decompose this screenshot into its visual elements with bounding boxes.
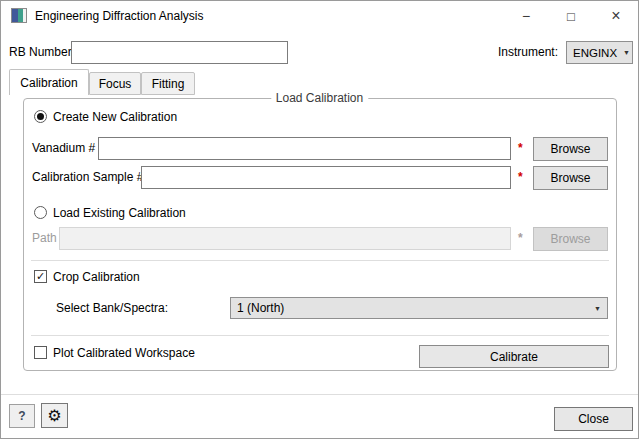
vanadium-browse-label: Browse xyxy=(550,142,590,156)
load-existing-calibration-radio[interactable] xyxy=(34,206,47,219)
separator-line xyxy=(31,335,609,336)
separator-line xyxy=(31,260,609,261)
path-browse-button: Browse xyxy=(533,227,608,251)
maximize-button[interactable]: □ xyxy=(553,1,589,31)
maximize-icon: □ xyxy=(567,9,575,24)
vanadium-required-asterisk: * xyxy=(518,141,523,155)
load-existing-calibration-label: Load Existing Calibration xyxy=(53,204,186,222)
bank-spectra-value: 1 (North) xyxy=(237,301,284,315)
vanadium-label: Vanadium # xyxy=(32,137,95,160)
instrument-select[interactable]: ENGINX ▼ xyxy=(566,41,633,64)
bank-spectra-select[interactable]: 1 (North) ▼ xyxy=(230,297,608,319)
help-button[interactable]: ? xyxy=(9,404,35,428)
close-icon: × xyxy=(611,7,620,25)
plot-calibrated-label: Plot Calibrated Workspace xyxy=(53,344,195,362)
tab-fitting-label: Fitting xyxy=(152,77,185,91)
calibration-sample-browse-button[interactable]: Browse xyxy=(533,166,608,190)
vanadium-input[interactable] xyxy=(98,137,511,160)
calibrate-button[interactable]: Calibrate xyxy=(419,345,609,368)
tab-focus[interactable]: Focus xyxy=(89,72,141,95)
gear-icon: ⚙ xyxy=(47,406,61,425)
calibration-sample-required-asterisk: * xyxy=(518,170,523,184)
path-input xyxy=(59,227,511,250)
app-icon xyxy=(11,8,27,23)
crop-calibration-checkbox[interactable]: ✓ xyxy=(34,270,47,283)
path-label: Path xyxy=(32,227,57,250)
select-bank-label: Select Bank/Spectra: xyxy=(56,297,168,319)
chevron-down-icon: ▼ xyxy=(588,305,601,312)
check-icon: ✓ xyxy=(36,271,45,282)
create-new-calibration-label: Create New Calibration xyxy=(53,108,177,126)
dialog-close-button[interactable]: Close xyxy=(554,407,633,431)
plot-calibrated-checkbox[interactable] xyxy=(34,346,47,359)
tab-focus-label: Focus xyxy=(99,77,132,91)
path-required-asterisk: * xyxy=(518,231,523,245)
rb-number-input[interactable] xyxy=(71,41,288,64)
load-calibration-group-title: Load Calibration xyxy=(271,91,368,105)
calibration-sample-browse-label: Browse xyxy=(550,171,590,185)
calibrate-button-label: Calibrate xyxy=(490,350,538,364)
titlebar-close-button[interactable]: × xyxy=(598,1,634,31)
instrument-label: Instrument: xyxy=(498,41,558,64)
tab-calibration[interactable]: Calibration xyxy=(9,69,89,95)
window-title: Engineering Diffraction Analysis xyxy=(35,1,204,31)
rb-number-label: RB Number: xyxy=(9,41,75,64)
minimize-icon: − xyxy=(522,8,530,24)
minimize-button[interactable]: − xyxy=(508,1,544,31)
instrument-value: ENGINX xyxy=(573,47,617,59)
vanadium-browse-button[interactable]: Browse xyxy=(533,137,608,161)
calibration-sample-input[interactable] xyxy=(141,166,511,189)
create-new-calibration-radio[interactable] xyxy=(34,110,47,123)
settings-button[interactable]: ⚙ xyxy=(41,403,68,428)
tab-fitting[interactable]: Fitting xyxy=(141,72,195,95)
footer-separator-line xyxy=(1,394,638,395)
tab-calibration-label: Calibration xyxy=(20,76,77,90)
titlebar[interactable]: Engineering Diffraction Analysis − □ × xyxy=(1,1,638,31)
dialog-window: Engineering Diffraction Analysis − □ × R… xyxy=(0,0,639,439)
crop-calibration-label: Crop Calibration xyxy=(53,268,140,286)
calibration-sample-label: Calibration Sample # xyxy=(32,166,143,189)
help-icon: ? xyxy=(18,409,25,423)
chevron-down-icon: ▼ xyxy=(617,49,630,56)
path-browse-label: Browse xyxy=(550,232,590,246)
dialog-close-label: Close xyxy=(578,412,609,426)
